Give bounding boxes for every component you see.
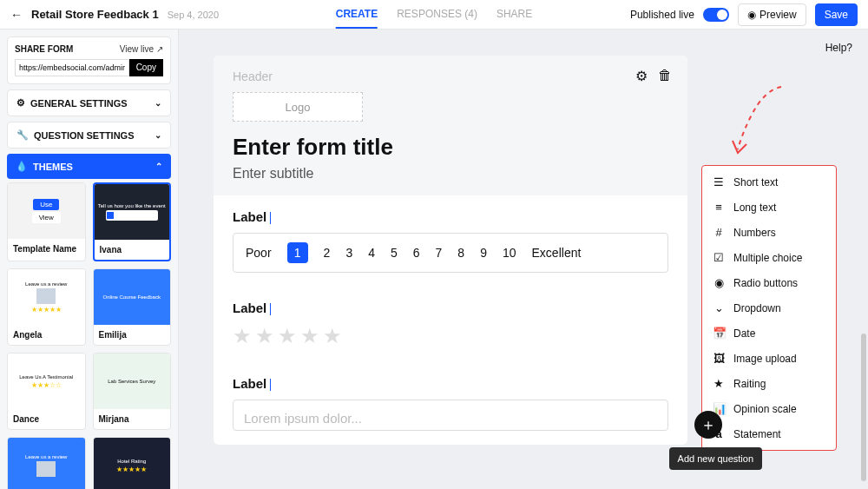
- gear-icon[interactable]: ⚙: [635, 68, 648, 84]
- star-rating[interactable]: ★★★★★: [233, 324, 668, 348]
- published-label: Published live: [630, 9, 694, 21]
- short-text-icon: ☰: [713, 175, 725, 188]
- question-label[interactable]: Label: [233, 209, 668, 224]
- tab-create[interactable]: CREATE: [336, 1, 378, 29]
- share-url-input[interactable]: [15, 59, 129, 76]
- accordion-themes[interactable]: 💧THEMES⌃: [7, 154, 171, 179]
- accordion-question[interactable]: 🔧QUESTION SETTINGS⌄: [7, 122, 171, 149]
- trash-icon[interactable]: 🗑: [658, 68, 672, 84]
- chevron-up-icon: ⌃: [155, 162, 162, 171]
- qtype-opinion-scale[interactable]: 📊Opinion scale: [702, 396, 836, 421]
- form-title-input[interactable]: Enter form title: [233, 134, 668, 161]
- question-label[interactable]: Label: [233, 301, 668, 315]
- qtype-multiple-choice[interactable]: ☑Multiple choice: [702, 245, 836, 270]
- theme-tile[interactable]: UseView Template Name: [7, 182, 86, 261]
- hash-icon: #: [713, 226, 725, 239]
- qtype-short-text[interactable]: ☰Short text: [702, 169, 836, 195]
- image-icon: 🖼: [713, 352, 725, 365]
- view-live-link[interactable]: View live↗: [120, 44, 163, 54]
- long-text-input[interactable]: Lorem ipsum dolor...: [233, 400, 668, 431]
- back-arrow-icon[interactable]: ←: [10, 8, 23, 22]
- opinion-scale: Poor 1 2 3 4 5 6 7 8 9 10 Excellent: [233, 233, 668, 273]
- gear-icon: ⚙: [16, 97, 25, 109]
- add-question-button[interactable]: ＋: [694, 411, 722, 439]
- form-header-block[interactable]: ⚙ 🗑 Header Logo Enter form title Enter s…: [214, 56, 687, 195]
- paint-icon: 💧: [16, 161, 28, 172]
- scale-option[interactable]: 2: [324, 246, 331, 260]
- qtype-image-upload[interactable]: 🖼Image upload: [702, 346, 836, 371]
- form-canvas: ⚙ 🗑 Header Logo Enter form title Enter s…: [214, 56, 687, 445]
- topbar: ← Retail Store Feedback 1 Sep 4, 2020 CR…: [0, 0, 868, 30]
- qtype-long-text[interactable]: ≡Long text: [702, 195, 836, 220]
- header-placeholder: Header: [233, 69, 668, 83]
- theme-tile[interactable]: Hotel Rating★★★★★ Kiko: [93, 437, 172, 489]
- qtype-dropdown[interactable]: ⌄Dropdown: [702, 295, 836, 320]
- scale-option[interactable]: 7: [436, 246, 443, 260]
- tab-responses[interactable]: RESPONSES (4): [397, 1, 477, 29]
- scale-option[interactable]: 9: [480, 246, 487, 260]
- tab-share[interactable]: SHARE: [496, 1, 532, 29]
- chevron-down-icon: ⌄: [713, 301, 725, 314]
- theme-tile[interactable]: Leave us a review★★★★★ Angela: [7, 268, 86, 346]
- scale-option[interactable]: 10: [503, 246, 516, 260]
- save-button[interactable]: Save: [815, 3, 858, 26]
- scale-option[interactable]: 3: [345, 246, 352, 260]
- share-card: SHARE FORM View live↗ Copy: [7, 36, 171, 84]
- accordion-general[interactable]: ⚙GENERAL SETTINGS⌄: [7, 89, 171, 116]
- form-date: Sep 4, 2020: [168, 10, 219, 20]
- logo-upload[interactable]: Logo: [233, 92, 363, 122]
- chevron-down-icon: ⌄: [155, 98, 161, 108]
- view-button[interactable]: View: [32, 212, 61, 223]
- form-name: Retail Store Feedback 1: [31, 8, 159, 21]
- add-question-tooltip: Add new question: [669, 447, 762, 470]
- scale-option[interactable]: 4: [368, 246, 375, 260]
- preview-button[interactable]: ◉Preview: [738, 3, 806, 26]
- nav-tabs: CREATE RESPONSES (4) SHARE: [336, 1, 533, 29]
- topbar-right: Published live ◉Preview Save: [630, 3, 858, 26]
- theme-tile[interactable]: Leave us a review Nevrie: [7, 437, 86, 489]
- scale-low-label: Poor: [246, 246, 272, 260]
- qtype-radio[interactable]: ◉Radio buttons: [702, 270, 836, 295]
- qtype-statement[interactable]: aStatement: [702, 421, 836, 446]
- question-label[interactable]: Label: [233, 376, 668, 391]
- canvas: Help? ⚙ 🗑 Header Logo Enter form title E…: [179, 30, 868, 489]
- checkbox-icon: ☑: [713, 251, 725, 264]
- scale-option[interactable]: 6: [413, 246, 420, 260]
- question-rating[interactable]: Label ★★★★★: [214, 287, 687, 362]
- wrench-icon: 🔧: [16, 129, 29, 141]
- question-type-menu: ☰Short text ≡Long text #Numbers ☑Multipl…: [701, 165, 837, 451]
- sidebar: SHARE FORM View live↗ Copy ⚙GENERAL SETT…: [0, 30, 179, 489]
- qtype-numbers[interactable]: #Numbers: [702, 220, 836, 245]
- external-link-icon: ↗: [156, 44, 163, 54]
- scale-option[interactable]: 5: [391, 246, 398, 260]
- theme-tile[interactable]: Online Course Feedback Emilija: [93, 268, 172, 346]
- form-subtitle-input[interactable]: Enter subtitle: [233, 166, 668, 182]
- chevron-down-icon: ⌄: [155, 130, 161, 140]
- theme-tile[interactable]: Lab Services Survey Mirjana: [93, 353, 172, 430]
- calendar-icon: 📅: [713, 327, 725, 340]
- main: SHARE FORM View live↗ Copy ⚙GENERAL SETT…: [0, 30, 868, 489]
- help-link[interactable]: Help?: [825, 42, 852, 54]
- theme-tile[interactable]: Tell us how you like the event Ivana: [93, 182, 172, 261]
- scrollbar[interactable]: [861, 82, 866, 480]
- published-toggle[interactable]: [703, 8, 729, 22]
- question-opinion-scale[interactable]: Label Poor 1 2 3 4 5 6 7 8 9 10 Excellen…: [214, 195, 687, 287]
- question-longtext[interactable]: Label Lorem ipsum dolor...: [214, 362, 687, 445]
- share-title: SHARE FORM: [15, 44, 73, 54]
- scale-option[interactable]: 1: [287, 242, 308, 263]
- scale-high-label: Excellent: [532, 246, 582, 260]
- eye-icon: ◉: [747, 9, 756, 21]
- theme-tile[interactable]: Leave Us A Testimonial★★★☆☆ Dance: [7, 353, 86, 430]
- qtype-date[interactable]: 📅Date: [702, 320, 836, 346]
- radio-icon: ◉: [713, 276, 725, 289]
- use-button[interactable]: Use: [33, 199, 59, 210]
- copy-button[interactable]: Copy: [129, 59, 163, 76]
- qtype-rating[interactable]: ★Raiting: [702, 371, 836, 396]
- star-icon: ★: [713, 377, 725, 390]
- hand-drawn-arrow-icon: [729, 82, 790, 160]
- scale-option[interactable]: 8: [457, 246, 464, 260]
- themes-grid: UseView Template Name Tell us how you li…: [7, 179, 171, 489]
- long-text-icon: ≡: [713, 201, 725, 214]
